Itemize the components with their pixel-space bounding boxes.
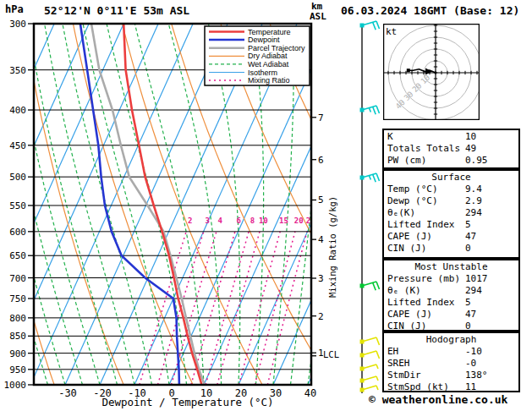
pressure-tick-label: 600 xyxy=(9,227,26,238)
copyright: © weatheronline.co.uk xyxy=(369,393,507,406)
mixing-ratio-label: 6 xyxy=(237,216,241,225)
stat-label: PW (cm) xyxy=(387,155,465,167)
stat-value: 138° xyxy=(465,370,515,381)
pressure-tick-label: 800 xyxy=(9,313,26,324)
stat-row: CIN (J)0 xyxy=(384,321,518,332)
stat-label: Totals Totals xyxy=(387,143,465,155)
stat-value: 5 xyxy=(465,297,515,309)
stat-value: 0 xyxy=(465,321,515,332)
wind-barb xyxy=(360,106,380,114)
pressure-tick-label: 550 xyxy=(9,200,26,211)
stat-table-indices: K10Totals Totals49PW (cm)0.95 xyxy=(382,129,520,169)
wind-barb xyxy=(360,337,380,345)
stat-row: PW (cm)0.95 xyxy=(384,155,518,167)
stat-row: Lifted Index5 xyxy=(384,297,518,309)
pressure-tick-label: 400 xyxy=(9,105,26,116)
stat-row: θₑ(K)294 xyxy=(384,207,518,219)
legend-label: Isotherm xyxy=(248,68,277,77)
pressure-tick-label: 1000 xyxy=(4,380,27,391)
stat-label: θₑ (K) xyxy=(387,285,465,297)
wind-barb xyxy=(360,282,380,290)
mixing-ratio-label: 3 xyxy=(205,216,209,225)
wind-barb xyxy=(360,351,380,359)
mixing-ratio-label: 15 xyxy=(279,216,288,225)
stat-value: 2.9 xyxy=(465,195,515,207)
pressure-tick-label: 900 xyxy=(9,348,26,359)
stat-label: SREH xyxy=(387,358,465,370)
altitude-tick-label: 6 xyxy=(318,155,324,166)
stat-row: EH-10 xyxy=(384,346,518,358)
altitude-tick-label: 4 xyxy=(318,234,324,245)
altitude-tick-label: 3 xyxy=(318,273,324,284)
stat-row: StmSpd (kt)11 xyxy=(384,381,518,393)
stat-value: 47 xyxy=(465,309,515,321)
stat-value: 11 xyxy=(465,381,515,393)
stat-value: 294 xyxy=(465,285,515,297)
mixing-ratio-labels: 2346810152025 xyxy=(188,216,315,225)
stat-label: θₑ(K) xyxy=(387,207,465,219)
mixing-ratio-label: 10 xyxy=(259,216,268,225)
legend-label: Mixing Ratio xyxy=(248,76,290,85)
lcl-label: LCL xyxy=(323,349,339,359)
mixing-ratio-label: 2 xyxy=(188,216,192,225)
pressure-tick-label: 750 xyxy=(9,293,26,304)
stat-value: 9.4 xyxy=(465,184,515,195)
station-title: 52°12'N 0°11'E 53m ASL xyxy=(44,4,189,17)
legend-label: Temperature xyxy=(248,28,291,36)
stat-value: 49 xyxy=(465,143,515,155)
stat-label: EH xyxy=(387,346,465,358)
pressure-gridlines xyxy=(34,70,311,370)
altitude-tick-label: 5 xyxy=(318,195,324,206)
run-datetime: 06.03.2024 18GMT (Base: 12) xyxy=(341,4,519,17)
stat-table-title: Hodograph xyxy=(384,334,518,346)
pressure-tick-label: 700 xyxy=(9,273,26,284)
stat-table-title: Surface xyxy=(384,172,518,184)
stat-row: Dewp (°C)2.9 xyxy=(384,195,518,207)
skewt-page: 2346810152025TemperatureDewpointParcel T… xyxy=(0,0,532,411)
stat-label: StmDir xyxy=(387,370,465,381)
stat-row: CIN (J)0 xyxy=(384,243,518,255)
stat-table-most-unstable: Most UnstablePressure (mb)1017θₑ (K)294L… xyxy=(382,259,520,332)
legend-label: Wet Adiabat xyxy=(248,60,289,68)
stat-label: K xyxy=(387,131,465,143)
stat-table-surface: SurfaceTemp (°C)9.4Dewp (°C)2.9θₑ(K)294L… xyxy=(382,169,520,259)
pressure-tick-label: 350 xyxy=(9,65,26,76)
altitude-ticks: 7654321 xyxy=(311,112,324,359)
stat-value: 0 xyxy=(465,243,515,255)
stat-row: StmDir138° xyxy=(384,370,518,381)
stat-label: CIN (J) xyxy=(387,243,465,255)
stat-value: 5 xyxy=(465,219,515,231)
asl-axis-unit: ASL xyxy=(310,11,326,22)
stat-table-hodograph: HodographEH-10SREH-0StmDir138°StmSpd (kt… xyxy=(382,332,520,392)
pressure-tick-label: 850 xyxy=(9,331,26,342)
stat-row: CAPE (J)47 xyxy=(384,231,518,243)
pressure-unit-label: hPa xyxy=(5,3,24,15)
wind-barb xyxy=(360,376,379,383)
wind-barbs xyxy=(360,21,380,393)
mixing-ratio-label: 20 xyxy=(294,216,304,225)
stat-label: Pressure (mb) xyxy=(387,273,465,285)
stat-label: Lifted Index xyxy=(387,297,465,309)
pressure-tick-label: 950 xyxy=(9,364,26,375)
hodograph: 10203040 xyxy=(383,24,483,120)
legend-label: Parcel Trajectory xyxy=(248,44,305,52)
pressure-tick-label: 300 xyxy=(9,19,26,30)
stat-label: Dewp (°C) xyxy=(387,195,465,207)
x-axis-label: Dewpoint / Temperature (°C) xyxy=(52,396,323,408)
stat-row: Lifted Index5 xyxy=(384,219,518,231)
pressure-tick-labels: 3003504004505005506006507007508008509009… xyxy=(4,19,35,391)
hodograph-unit-label: kt xyxy=(386,26,397,37)
stat-value: 1017 xyxy=(465,273,515,285)
wind-barb xyxy=(360,386,379,392)
stat-label: CAPE (J) xyxy=(387,309,465,321)
stat-value: 47 xyxy=(465,231,515,243)
stat-value: -10 xyxy=(465,346,515,358)
altitude-tick-label: 7 xyxy=(318,112,324,123)
wind-barb xyxy=(360,364,379,371)
pressure-tick-label: 500 xyxy=(9,172,26,183)
stat-value: -0 xyxy=(465,358,515,370)
wind-barb xyxy=(360,173,380,182)
stat-value: 10 xyxy=(465,131,515,143)
stat-label: Lifted Index xyxy=(387,219,465,231)
stat-value: 294 xyxy=(465,207,515,219)
